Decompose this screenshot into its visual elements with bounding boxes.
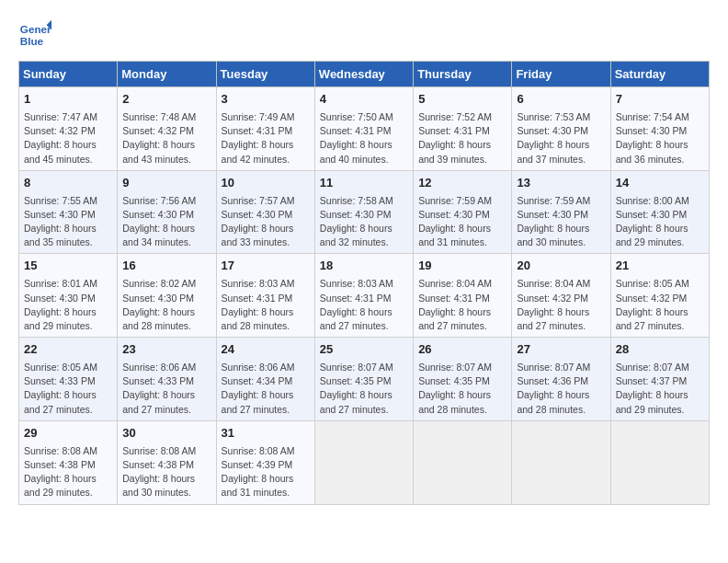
- calendar-week-4: 22Sunrise: 8:05 AMSunset: 4:33 PMDayligh…: [19, 338, 710, 421]
- sunrise-text: Sunrise: 8:01 AM: [24, 278, 97, 289]
- day-number: 15: [24, 258, 112, 275]
- sunset-text: Sunset: 4:35 PM: [418, 375, 490, 386]
- sunset-text: Sunset: 4:31 PM: [418, 125, 490, 136]
- sunset-text: Sunset: 4:30 PM: [24, 209, 96, 220]
- day-number: 27: [517, 341, 605, 359]
- calendar-cell: 15Sunrise: 8:01 AMSunset: 4:30 PMDayligh…: [19, 254, 118, 338]
- calendar-cell: 13Sunrise: 7:59 AMSunset: 4:30 PMDayligh…: [512, 170, 610, 254]
- day-number: 3: [222, 91, 310, 109]
- calendar-cell: 27Sunrise: 8:07 AMSunset: 4:36 PMDayligh…: [512, 338, 610, 421]
- sunset-text: Sunset: 4:35 PM: [320, 375, 392, 386]
- daylight-label: Daylight: 8 hours and 45 minutes.: [24, 139, 97, 164]
- calendar-cell: 12Sunrise: 7:59 AMSunset: 4:30 PMDayligh…: [414, 170, 512, 254]
- col-header-monday: Monday: [118, 62, 216, 87]
- daylight-label: Daylight: 8 hours and 27 minutes.: [616, 306, 688, 331]
- calendar-cell: 23Sunrise: 8:06 AMSunset: 4:33 PMDayligh…: [118, 338, 216, 421]
- day-number: 8: [24, 175, 112, 192]
- sunrise-text: Sunrise: 7:49 AM: [222, 111, 295, 122]
- sunset-text: Sunset: 4:30 PM: [517, 209, 588, 220]
- sunset-text: Sunset: 4:32 PM: [517, 293, 588, 304]
- daylight-label: Daylight: 8 hours and 34 minutes.: [122, 223, 195, 247]
- sunrise-text: Sunrise: 8:07 AM: [418, 362, 492, 373]
- day-number: 18: [320, 258, 408, 275]
- col-header-saturday: Saturday: [610, 62, 709, 87]
- sunset-text: Sunset: 4:32 PM: [24, 125, 96, 136]
- daylight-label: Daylight: 8 hours and 42 minutes.: [222, 139, 294, 164]
- day-number: 1: [24, 91, 112, 109]
- calendar-cell: 8Sunrise: 7:55 AMSunset: 4:30 PMDaylight…: [19, 170, 118, 254]
- calendar-cell: [414, 420, 512, 504]
- calendar-cell: 26Sunrise: 8:07 AMSunset: 4:35 PMDayligh…: [414, 338, 512, 421]
- day-number: 22: [24, 341, 112, 359]
- sunrise-text: Sunrise: 8:03 AM: [222, 278, 295, 289]
- svg-text:Blue: Blue: [20, 35, 44, 47]
- calendar-cell: 31Sunrise: 8:08 AMSunset: 4:39 PMDayligh…: [216, 420, 314, 504]
- calendar-cell: 19Sunrise: 8:04 AMSunset: 4:31 PMDayligh…: [414, 254, 512, 338]
- daylight-label: Daylight: 8 hours and 43 minutes.: [122, 139, 195, 164]
- day-number: 26: [418, 341, 506, 359]
- sunset-text: Sunset: 4:30 PM: [616, 125, 688, 136]
- day-number: 14: [616, 175, 704, 192]
- daylight-label: Daylight: 8 hours and 27 minutes.: [320, 306, 392, 331]
- day-number: 25: [320, 341, 408, 359]
- day-number: 6: [517, 91, 605, 109]
- calendar-cell: [512, 420, 610, 504]
- day-number: 21: [616, 258, 704, 275]
- calendar-cell: 20Sunrise: 8:04 AMSunset: 4:32 PMDayligh…: [512, 254, 610, 338]
- col-header-thursday: Thursday: [414, 62, 512, 87]
- daylight-label: Daylight: 8 hours and 28 minutes.: [418, 389, 491, 414]
- sunset-text: Sunset: 4:30 PM: [222, 209, 293, 220]
- sunset-text: Sunset: 4:30 PM: [517, 125, 588, 136]
- sunset-text: Sunset: 4:30 PM: [616, 209, 688, 220]
- sunrise-text: Sunrise: 8:03 AM: [320, 278, 393, 289]
- calendar-cell: 17Sunrise: 8:03 AMSunset: 4:31 PMDayligh…: [216, 254, 314, 338]
- sunrise-text: Sunrise: 8:07 AM: [616, 362, 689, 373]
- sunrise-text: Sunrise: 7:57 AM: [222, 195, 295, 206]
- sunrise-text: Sunrise: 8:06 AM: [222, 362, 295, 373]
- calendar-cell: [610, 420, 709, 504]
- daylight-label: Daylight: 8 hours and 35 minutes.: [24, 223, 97, 247]
- calendar-cell: 22Sunrise: 8:05 AMSunset: 4:33 PMDayligh…: [19, 338, 118, 421]
- daylight-label: Daylight: 8 hours and 28 minutes.: [517, 389, 589, 414]
- daylight-label: Daylight: 8 hours and 28 minutes.: [122, 306, 195, 331]
- day-number: 23: [122, 341, 210, 359]
- daylight-label: Daylight: 8 hours and 37 minutes.: [517, 139, 589, 164]
- daylight-label: Daylight: 8 hours and 31 minutes.: [222, 473, 294, 498]
- day-number: 12: [418, 175, 506, 192]
- daylight-label: Daylight: 8 hours and 28 minutes.: [222, 306, 294, 331]
- sunrise-text: Sunrise: 8:05 AM: [616, 278, 689, 289]
- sunrise-text: Sunrise: 8:07 AM: [517, 362, 590, 373]
- calendar-cell: 29Sunrise: 8:08 AMSunset: 4:38 PMDayligh…: [19, 420, 118, 504]
- sunset-text: Sunset: 4:31 PM: [222, 125, 293, 136]
- daylight-label: Daylight: 8 hours and 27 minutes.: [320, 389, 392, 414]
- calendar-cell: 11Sunrise: 7:58 AMSunset: 4:30 PMDayligh…: [314, 170, 413, 254]
- sunrise-text: Sunrise: 8:00 AM: [616, 195, 689, 206]
- sunrise-text: Sunrise: 7:53 AM: [517, 111, 590, 122]
- day-number: 30: [122, 425, 210, 442]
- sunset-text: Sunset: 4:31 PM: [418, 293, 490, 304]
- day-number: 9: [122, 175, 210, 192]
- daylight-label: Daylight: 8 hours and 36 minutes.: [616, 139, 688, 164]
- sunset-text: Sunset: 4:33 PM: [122, 375, 194, 386]
- calendar-cell: 2Sunrise: 7:48 AMSunset: 4:32 PMDaylight…: [118, 87, 216, 171]
- daylight-label: Daylight: 8 hours and 30 minutes.: [517, 223, 589, 247]
- calendar-week-5: 29Sunrise: 8:08 AMSunset: 4:38 PMDayligh…: [19, 420, 710, 504]
- daylight-label: Daylight: 8 hours and 39 minutes.: [418, 139, 491, 164]
- sunset-text: Sunset: 4:39 PM: [222, 459, 293, 470]
- sunset-text: Sunset: 4:33 PM: [24, 375, 96, 386]
- sunrise-text: Sunrise: 7:58 AM: [320, 195, 393, 206]
- daylight-label: Daylight: 8 hours and 33 minutes.: [222, 223, 294, 247]
- sunrise-text: Sunrise: 8:04 AM: [418, 278, 492, 289]
- calendar-cell: 1Sunrise: 7:47 AMSunset: 4:32 PMDaylight…: [19, 87, 118, 171]
- calendar-cell: 9Sunrise: 7:56 AMSunset: 4:30 PMDaylight…: [118, 170, 216, 254]
- sunset-text: Sunset: 4:32 PM: [616, 293, 688, 304]
- calendar-table: SundayMondayTuesdayWednesdayThursdayFrid…: [18, 61, 710, 505]
- sunset-text: Sunset: 4:30 PM: [320, 209, 392, 220]
- sunrise-text: Sunrise: 7:52 AM: [418, 111, 492, 122]
- col-header-tuesday: Tuesday: [216, 62, 314, 87]
- sunrise-text: Sunrise: 7:54 AM: [616, 111, 689, 122]
- sunset-text: Sunset: 4:30 PM: [418, 209, 490, 220]
- sunset-text: Sunset: 4:36 PM: [517, 375, 588, 386]
- calendar-week-2: 8Sunrise: 7:55 AMSunset: 4:30 PMDaylight…: [19, 170, 710, 254]
- calendar-cell: 5Sunrise: 7:52 AMSunset: 4:31 PMDaylight…: [414, 87, 512, 171]
